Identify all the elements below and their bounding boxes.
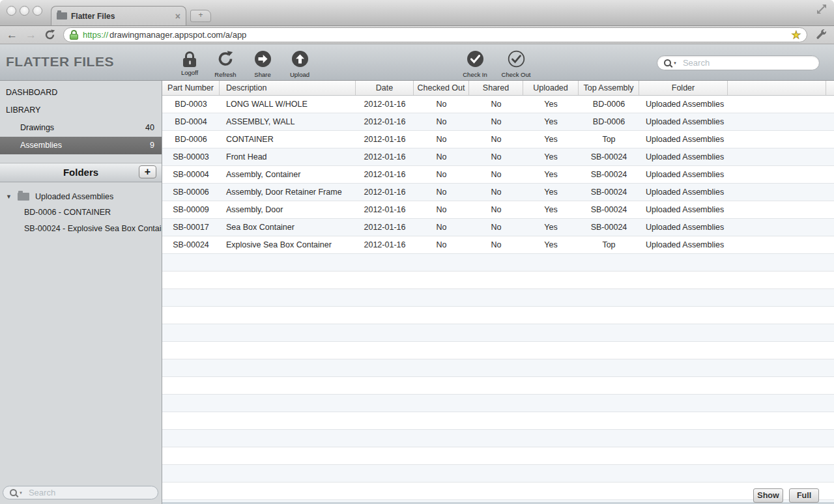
table-cell <box>579 465 639 482</box>
column-header-shared[interactable]: Shared <box>469 81 523 95</box>
browser-tab[interactable]: Flatter Files × <box>51 6 186 25</box>
table-cell <box>356 359 414 376</box>
column-header-date[interactable]: Date <box>356 81 414 95</box>
tree-item-child[interactable]: BD-0006 - CONTAINER <box>0 204 162 221</box>
table-cell <box>469 430 523 447</box>
sidebar: DASHBOARD LIBRARY Drawings 40 Assemblies… <box>0 81 162 504</box>
table-cell <box>579 447 639 464</box>
table-cell-blank <box>728 148 834 165</box>
table-cell: No <box>469 184 523 201</box>
table-cell: Explosive Sea Box Container <box>220 236 356 253</box>
header-search-box[interactable]: ▼ <box>657 55 820 70</box>
table-cell <box>162 465 220 482</box>
table-cell: 2012-01-16 <box>356 96 414 113</box>
table-cell <box>220 377 356 394</box>
logoff-button[interactable]: Logoff <box>171 50 208 76</box>
sidebar-item-dashboard[interactable]: DASHBOARD <box>0 84 162 102</box>
tree-item-child[interactable]: SB-00024 - Explosive Sea Box Contain <box>0 221 162 237</box>
table-cell <box>523 254 579 271</box>
table-cell: SB-00024 <box>579 148 639 165</box>
table-row[interactable]: SB-00017Sea Box Container2012-01-16NoNoY… <box>162 219 834 236</box>
header-search-input[interactable] <box>682 57 812 68</box>
table-cell: Sea Box Container <box>220 219 356 236</box>
table-row[interactable]: SB-00006Assembly, Door Retainer Frame201… <box>162 184 834 201</box>
forward-button[interactable]: → <box>25 29 36 40</box>
back-button[interactable]: ← <box>7 29 18 40</box>
table-cell <box>523 377 579 394</box>
table-cell: Uploaded Assemblies <box>639 236 728 253</box>
table-cell <box>469 412 523 429</box>
app-logo: FLATTER FILES <box>6 54 114 70</box>
table-cell <box>523 272 579 288</box>
browser-menu-wrench-icon[interactable] <box>815 29 827 41</box>
table-row[interactable]: SB-00004Assembly, Container2012-01-16NoN… <box>162 166 834 184</box>
table-row[interactable]: BD-0004ASSEMBLY, WALL2012-01-16NoNoYesBD… <box>162 113 834 131</box>
table-cell-blank <box>728 307 834 324</box>
window-minimize-button[interactable] <box>20 6 29 16</box>
column-header-folder[interactable]: Folder <box>639 81 728 95</box>
reload-button[interactable] <box>44 29 55 40</box>
fullscreen-icon[interactable] <box>816 3 827 18</box>
table-cell: SB-00006 <box>162 184 220 201</box>
tree-item-root[interactable]: ▼ Uploaded Assemblies <box>0 188 162 204</box>
table-cell <box>356 272 414 288</box>
table-cell <box>469 465 523 482</box>
table-row[interactable]: BD-0003LONG WALL W/HOLE2012-01-16NoNoYes… <box>162 96 834 113</box>
table-cell <box>220 254 356 271</box>
table-row[interactable]: BD-0006CONTAINER2012-01-16NoNoYesTopUplo… <box>162 131 834 148</box>
column-header-part-number[interactable]: Part Number <box>162 81 220 95</box>
share-button[interactable]: Share <box>244 50 281 78</box>
add-folder-button[interactable]: + <box>139 165 156 178</box>
sidebar-item-drawings[interactable]: Drawings 40 <box>0 119 162 137</box>
table-cell <box>579 377 639 394</box>
bookmark-star-icon[interactable]: ★ <box>792 30 801 40</box>
table-row-empty <box>162 254 834 272</box>
search-options-caret-icon[interactable]: ▼ <box>673 61 677 65</box>
check-out-button[interactable]: Check Out <box>498 50 534 78</box>
table-cell-blank <box>728 184 834 201</box>
table-cell: Yes <box>523 96 579 113</box>
table-cell <box>579 307 639 324</box>
assemblies-label: Assemblies <box>20 137 62 154</box>
url-text: drawingmanager.appspot.com/a/app <box>109 30 787 40</box>
table-row[interactable]: SB-00009Assembly, Door2012-01-16NoNoYesS… <box>162 201 834 219</box>
table-cell: No <box>414 201 469 218</box>
ssl-lock-icon[interactable] <box>70 30 78 40</box>
full-button[interactable]: Full <box>789 488 819 503</box>
table-row[interactable]: SB-00024Explosive Sea Box Container2012-… <box>162 236 834 254</box>
column-header-uploaded[interactable]: Uploaded <box>523 81 579 95</box>
disclosure-triangle-icon[interactable]: ▼ <box>6 193 12 200</box>
new-tab-button[interactable]: + <box>190 10 211 22</box>
show-button[interactable]: Show <box>753 488 783 503</box>
refresh-button[interactable]: Refresh <box>207 50 244 78</box>
search-options-caret-icon[interactable]: ▼ <box>19 491 23 495</box>
table-cell <box>523 324 579 341</box>
upload-button[interactable]: Upload <box>281 50 318 78</box>
check-in-button[interactable]: Check In <box>457 50 493 78</box>
column-header-description[interactable]: Description <box>220 81 356 95</box>
sidebar-search-box[interactable]: ▼ <box>3 486 158 499</box>
tab-close-icon[interactable]: × <box>175 12 180 21</box>
table-cell: 2012-01-16 <box>356 201 414 218</box>
logoff-label: Logoff <box>171 69 208 76</box>
window-close-button[interactable] <box>7 6 16 16</box>
table-cell-blank <box>728 113 834 130</box>
column-header-top-assembly[interactable]: Top Assembly <box>579 81 639 95</box>
table-row-empty <box>162 483 834 500</box>
table-cell <box>220 430 356 447</box>
table-cell: No <box>414 184 469 201</box>
table-cell <box>639 342 728 359</box>
table-cell: No <box>414 236 469 253</box>
sidebar-item-library[interactable]: LIBRARY <box>0 102 162 119</box>
lock-icon <box>183 51 196 67</box>
sidebar-item-assemblies[interactable]: Assemblies 9 <box>0 137 162 154</box>
table-cell <box>414 483 469 499</box>
window-zoom-button[interactable] <box>33 6 42 16</box>
address-bar[interactable]: https:// drawingmanager.appspot.com/a/ap… <box>63 27 807 42</box>
table-header-row: Part NumberDescriptionDateChecked OutSha… <box>162 81 834 96</box>
table-row[interactable]: SB-00003Front Head2012-01-16NoNoYesSB-00… <box>162 148 834 166</box>
table-cell <box>162 377 220 394</box>
sidebar-search-input[interactable] <box>27 487 151 498</box>
table-cell: 2012-01-16 <box>356 236 414 253</box>
column-header-checked-out[interactable]: Checked Out <box>414 81 469 95</box>
